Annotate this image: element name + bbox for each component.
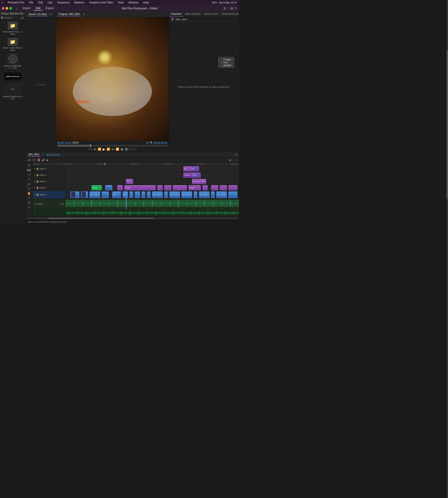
clip-graphic-v2-6[interactable]: Graphic [189,185,201,190]
timeline-zoom-in[interactable]: + [235,159,238,162]
track-v5-eye[interactable]: 👁 [33,168,36,170]
safe-margins-btn[interactable]: ▦ [121,148,123,151]
clip-v1-10[interactable] [228,191,237,198]
track-v1-lock[interactable]: 🔒 [36,194,39,196]
timeline-timecode[interactable]: 00:00:13:03 [47,153,60,156]
sequence-menu[interactable]: Sequence [56,1,71,4]
props-more-icon[interactable]: ··· [235,18,237,21]
clip-graphic-v2-10[interactable] [228,185,237,190]
effect-controls-tab[interactable]: Effect Controls [183,12,202,17]
loop-btn[interactable]: 🔁 [116,148,119,151]
minimize-button[interactable] [6,7,8,10]
expand-icon[interactable]: » [23,12,24,15]
go-out-btn[interactable]: ⏭ [112,148,114,151]
clip-v1-4[interactable] [129,191,133,198]
timeline-tab[interactable]: IMG_6561 [27,153,41,157]
clip-nasi[interactable]: NASI... [126,179,133,184]
track-v2-lock[interactable]: 🔒 [36,186,39,189]
source-tab[interactable]: Source: (no clips) [27,12,48,16]
properties-tab[interactable]: Properties [169,12,183,17]
linked-selection-btn[interactable]: 🔗 [41,159,45,162]
add-btn[interactable]: + [135,148,137,151]
timeline-zoom-out[interactable]: - [233,159,234,162]
program-tab[interactable]: Program: IMG_6561 [57,12,81,16]
insert-btn[interactable]: ⤵ [129,148,131,151]
pen-tool[interactable]: ✒ [28,187,30,190]
clip-v1-8[interactable] [194,191,197,198]
clip-graphic-v2-4[interactable] [164,185,171,190]
clip-graphic-v2-8[interactable] [211,185,218,190]
slip-tool[interactable]: ⇄ [28,182,30,186]
lumetri-tab[interactable]: Lumetri Color [202,12,220,17]
track-select-tool[interactable]: ▶▶ [27,168,31,172]
track-v4-eye[interactable]: 👁 [33,174,36,176]
mark-in-btn[interactable]: ▿ [88,148,89,151]
import-tab[interactable]: Import [20,6,33,11]
clip-graphic-v2-2[interactable]: Graphic [124,185,156,190]
source-tab-arrow[interactable]: ▼ [49,13,52,16]
home-button[interactable]: ⌂ [16,7,17,10]
timecode-in-display[interactable]: 00:00:13:03 [57,141,71,144]
go-in-btn[interactable]: ⏮ [94,148,96,151]
clip-graphic-v2-7[interactable] [203,185,208,190]
clip-v1-img-c[interactable]: IMG 6... [123,191,128,198]
clip-samba[interactable]: SAMBA [183,173,192,178]
clip-v1-img6559-4[interactable]: IMG_6559.MOV [216,191,227,198]
clip-v1-7[interactable] [164,191,168,198]
essential-sound-tab[interactable]: Essential Sound [220,12,239,17]
clip-v1-img6561[interactable]: IMG_6561.MOV [90,191,100,198]
export-frame-btn[interactable]: 📷 [125,148,128,151]
track-v1-eye[interactable]: 👁 [33,194,36,196]
step-back-btn[interactable]: ⏪ [98,148,101,151]
clip-v1-1[interactable] [70,191,79,198]
add-audio-track-btn[interactable]: +A [27,159,31,162]
timecode-out-display[interactable]: 00:00:48:12 [154,141,167,144]
apple-menu[interactable]:  [2,1,3,4]
graphics-titles-menu[interactable]: Graphics and Titles [88,1,114,4]
clip-v1-img6559-2[interactable]: IMG_6559.MOV [181,191,192,198]
clip-v1-img-d[interactable] [135,191,140,198]
clip-v1-img6559-1[interactable]: IMG_6559.MOV [152,191,163,198]
media-item-lebak[interactable]: LEBAK BULUS I [1,72,24,81]
create-graphic-button[interactable]: + Create new graphic [218,57,234,68]
color-picker-tool[interactable]: ⬡ [28,206,30,209]
overwrite-btn[interactable]: ⤵ [132,148,134,151]
zoom-tool[interactable]: ⊕ [28,201,30,204]
export-tab[interactable]: Export [43,6,56,11]
search-input[interactable] [4,17,21,19]
media-item-design[interactable]: design-rangda-bali-4... 4:23 [1,54,24,69]
sequence-settings-btn[interactable]: ▤ [229,159,232,162]
hand-tool[interactable]: ✋ [27,192,31,195]
clip-v1-img6559-3[interactable]: IMG_6559.MOV [199,191,209,198]
maximize-button[interactable] [9,7,12,10]
clip-graphic-v2-1[interactable] [117,185,123,190]
track-v5-lock[interactable]: 🔒 [36,168,39,170]
track-clips-a1-extra[interactable] [65,209,239,216]
clip-v1-img-b[interactable]: IMG_ [112,191,121,198]
clip-v1-img6939[interactable]: IMG_6939.MO... [169,191,180,198]
zoom-icon[interactable]: 🔍 [150,141,153,144]
timeline-tab-close[interactable]: ✕ [42,154,44,156]
play-stop-btn[interactable]: ▶ [103,147,105,151]
add-video-track-btn[interactable]: +V [32,159,36,162]
clip-graphic-v2-3[interactable] [157,185,162,190]
clip-menu[interactable]: Clip [47,1,53,4]
clip-whip1[interactable]: Whip [191,166,199,171]
selection-tool[interactable]: ↖ [28,164,30,167]
edit-menu[interactable]: Edit [37,1,44,4]
workspace-icon[interactable]: ⊞ [224,7,226,10]
media-item-folder1[interactable]: 📁 Bali asshole food... 7 items [1,21,24,35]
clip-img-v2[interactable]: fx [105,185,112,190]
clip-v1-5[interactable] [142,191,145,198]
add-marker-btn[interactable]: ◆ [46,159,49,162]
clip-whip2[interactable]: Whip [192,173,201,178]
edit-tab[interactable]: Edit [33,6,43,11]
clip-graphic-v2-5[interactable] [173,185,187,190]
list-view-icon[interactable]: ▤ [21,17,24,19]
view-menu[interactable]: View [117,1,125,4]
track-v3-lock[interactable]: 🔒 [36,180,39,183]
step-fwd-btn[interactable]: ⏩ [107,148,110,151]
share-icon[interactable]: ↑ [227,7,229,10]
markers-menu[interactable]: Markers [74,1,85,4]
track-clips-a1[interactable]: ♪ [65,199,239,209]
